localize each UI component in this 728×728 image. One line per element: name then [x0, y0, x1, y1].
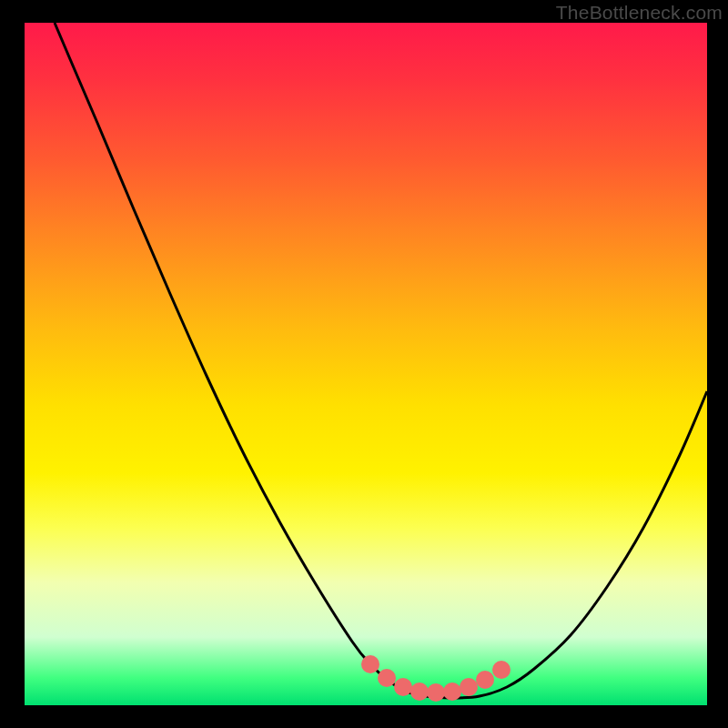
highlight-dot	[427, 683, 445, 702]
watermark-text: TheBottleneck.com	[556, 2, 723, 24]
plot-area	[25, 23, 707, 705]
highlight-dot	[443, 682, 461, 701]
highlight-dot	[410, 682, 429, 701]
highlight-dot	[460, 678, 478, 696]
highlight-dot	[476, 671, 494, 689]
highlight-dot	[361, 655, 379, 673]
highlight-dot	[394, 678, 412, 696]
chart-svg	[25, 23, 707, 705]
highlight-dot	[378, 669, 396, 687]
highlight-dot	[492, 661, 511, 679]
main-curve	[55, 23, 707, 698]
